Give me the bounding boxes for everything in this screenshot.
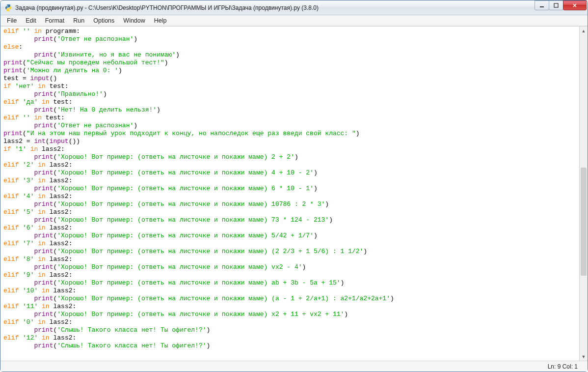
menu-help[interactable]: Help — [150, 16, 171, 25]
code-line[interactable]: if '1' in lass2: — [3, 145, 576, 153]
window-title: Задача (продвинутая).py - C:\Users\K\Des… — [15, 4, 319, 11]
idle-window: Задача (продвинутая).py - C:\Users\K\Des… — [0, 0, 588, 372]
code-line[interactable]: print("Сейчас мы проведем небольшой тест… — [3, 59, 576, 67]
code-line[interactable]: print('Хорошо! Вот пример: (ответь на ли… — [3, 232, 576, 240]
menu-edit[interactable]: Edit — [21, 16, 41, 25]
code-line[interactable]: print('Можно ли делить на 0: ') — [3, 67, 576, 75]
statusbar: Ln: 9 Col: 1 — [0, 361, 588, 372]
code-line[interactable]: elif '11' in lass2: — [3, 303, 576, 311]
code-line[interactable]: elif '0' in lass2: — [3, 318, 576, 326]
code-line[interactable]: lass2 = int(input()) — [3, 138, 576, 145]
code-line[interactable]: elif '6' in lass2: — [3, 224, 576, 232]
svg-rect-0 — [540, 6, 544, 7]
code-line[interactable]: print('Хорошо! Вот пример: (ответь на ли… — [3, 216, 576, 224]
code-line[interactable]: elif '10' in lass2: — [3, 287, 576, 295]
code-line[interactable]: print('Хорошо! Вот пример: (ответь на ли… — [3, 311, 576, 318]
code-line[interactable]: elif '2' in lass2: — [3, 161, 576, 169]
code-line[interactable]: print('Ответ не распознан') — [3, 122, 576, 130]
menu-format[interactable]: Format — [41, 16, 69, 25]
menu-options[interactable]: Options — [89, 16, 119, 25]
code-line[interactable]: elif '12' in lass2: — [3, 334, 576, 342]
code-line[interactable]: elif '4' in lass2: — [3, 193, 576, 200]
menu-run[interactable]: Run — [69, 16, 89, 25]
close-button[interactable] — [563, 0, 587, 10]
scrollbar-track[interactable] — [580, 35, 588, 352]
code-line[interactable]: print('Хорошо! Вот пример: (ответь на ли… — [3, 263, 576, 271]
code-line[interactable]: print('Извините, но я вас не понимаю') — [3, 51, 576, 59]
code-line[interactable]: elif '9' in lass2: — [3, 271, 576, 279]
code-line[interactable]: elif '' in programm: — [3, 28, 576, 35]
code-line[interactable]: elif 'да' in test: — [3, 98, 576, 106]
code-line[interactable]: elif '8' in lass2: — [3, 256, 576, 263]
code-line[interactable]: print('Ответ не распознан') — [3, 35, 576, 43]
maximize-button[interactable] — [549, 0, 563, 10]
code-line[interactable]: elif '3' in lass2: — [3, 177, 576, 185]
scrollbar-thumb[interactable] — [581, 168, 587, 276]
code-line[interactable]: print('Хорошо! Вот пример: (ответь на ли… — [3, 279, 576, 287]
code-line[interactable]: print('Правильно!') — [3, 90, 576, 98]
cursor-position: Ln: 9 Col: 1 — [548, 363, 578, 370]
svg-rect-1 — [554, 3, 558, 7]
scroll-up-arrow-icon[interactable]: ▲ — [580, 27, 588, 35]
code-line[interactable]: else: — [3, 43, 576, 51]
minimize-button[interactable] — [535, 0, 549, 10]
code-line[interactable]: print('Хорошо! Вот пример: (ответь на ли… — [3, 295, 576, 303]
vertical-scrollbar[interactable]: ▲ ▼ — [579, 27, 588, 361]
code-editor[interactable]: elif '' in programm: print('Ответ не рас… — [0, 27, 579, 361]
menu-window[interactable]: Window — [119, 16, 149, 25]
menubar: File Edit Format Run Options Window Help — [0, 15, 588, 26]
editor-container: elif '' in programm: print('Ответ не рас… — [0, 26, 588, 361]
titlebar[interactable]: Задача (продвинутая).py - C:\Users\K\Des… — [0, 0, 588, 15]
code-line[interactable]: print('Нет! На 0 делить нельзя!') — [3, 106, 576, 114]
code-line[interactable]: print('Слышь! Такого класса нет! Ты офиг… — [3, 342, 576, 350]
window-controls — [535, 0, 587, 10]
code-line[interactable]: test = input() — [3, 75, 576, 83]
code-line[interactable]: print('Хорошо! Вот пример: (ответь на ли… — [3, 185, 576, 193]
code-line[interactable]: print('Хорошо! Вот пример: (ответь на ли… — [3, 248, 576, 256]
code-line[interactable]: print('Хорошо! Вот пример: (ответь на ли… — [3, 200, 576, 208]
code-line[interactable]: print('Хорошо! Вот пример: (ответь на ли… — [3, 153, 576, 161]
code-line[interactable]: print('Слышь! Такого класса нет! Ты офиг… — [3, 326, 576, 334]
scroll-down-arrow-icon[interactable]: ▼ — [580, 352, 588, 361]
code-line[interactable]: elif '' in test: — [3, 114, 576, 122]
code-line[interactable]: print('Хорошо! Вот пример: (ответь на ли… — [3, 169, 576, 177]
code-line[interactable]: if 'нет' in test: — [3, 83, 576, 90]
code-line[interactable]: elif '5' in lass2: — [3, 208, 576, 216]
menu-file[interactable]: File — [2, 16, 21, 25]
code-line[interactable]: elif '7' in lass2: — [3, 240, 576, 248]
code-line[interactable]: print("И на этом наш первый урок подходи… — [3, 130, 576, 138]
python-icon — [4, 4, 12, 12]
